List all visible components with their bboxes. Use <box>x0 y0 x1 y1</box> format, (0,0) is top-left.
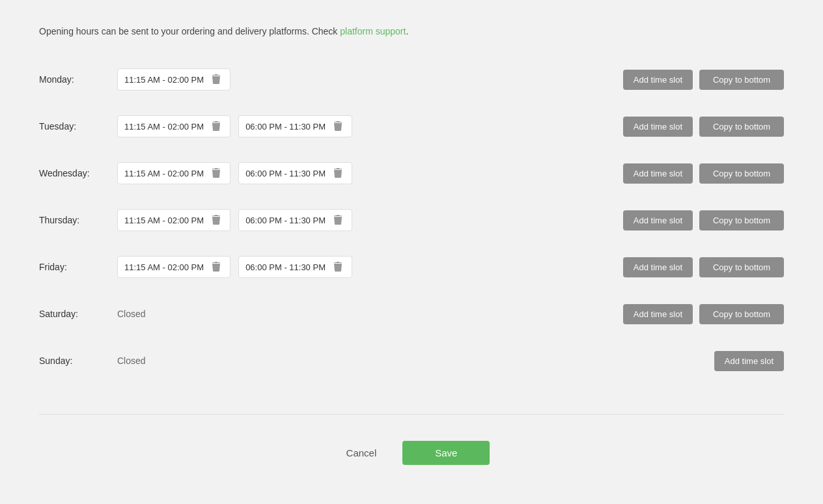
time-text-friday-1: 06:00 PM - 11:30 PM <box>245 262 326 272</box>
add-time-slot-monday[interactable]: Add time slot <box>623 70 693 90</box>
day-row-sunday: Sunday:ClosedAdd time slot <box>39 337 784 384</box>
actions-thursday: Add time slotCopy to bottom <box>610 210 784 231</box>
delete-slot-wednesday-1[interactable] <box>331 167 345 180</box>
time-slot-thursday-1: 06:00 PM - 11:30 PM <box>238 209 352 231</box>
day-row-friday: Friday:11:15 AM - 02:00 PM 06:00 PM - 11… <box>39 244 784 290</box>
time-slot-thursday-0: 11:15 AM - 02:00 PM <box>117 209 230 231</box>
day-label-wednesday: Wednesday: <box>39 168 117 178</box>
trash-icon <box>212 168 221 178</box>
time-slots-tuesday: 11:15 AM - 02:00 PM 06:00 PM - 11:30 PM <box>117 115 610 137</box>
cancel-button[interactable]: Cancel <box>333 441 390 465</box>
day-label-tuesday: Tuesday: <box>39 121 117 132</box>
page-container: Opening hours can be sent to your orderi… <box>0 0 823 504</box>
trash-icon <box>333 262 342 272</box>
copy-to-bottom-saturday[interactable]: Copy to bottom <box>699 304 784 324</box>
delete-slot-friday-1[interactable] <box>331 260 345 273</box>
time-text-monday-0: 11:15 AM - 02:00 PM <box>124 75 204 85</box>
time-text-tuesday-1: 06:00 PM - 11:30 PM <box>245 122 326 132</box>
time-slots-thursday: 11:15 AM - 02:00 PM 06:00 PM - 11:30 PM <box>117 209 610 231</box>
actions-friday: Add time slotCopy to bottom <box>610 257 784 277</box>
delete-slot-wednesday-0[interactable] <box>209 167 223 180</box>
time-slot-friday-0: 11:15 AM - 02:00 PM <box>117 256 230 278</box>
add-time-slot-thursday[interactable]: Add time slot <box>623 210 693 231</box>
day-row-thursday: Thursday:11:15 AM - 02:00 PM 06:00 PM - … <box>39 197 784 244</box>
delete-slot-thursday-1[interactable] <box>331 214 345 227</box>
delete-slot-tuesday-0[interactable] <box>209 120 223 133</box>
add-time-slot-saturday[interactable]: Add time slot <box>623 304 693 324</box>
platform-support-link[interactable]: platform support <box>340 26 406 36</box>
copy-to-bottom-wednesday[interactable]: Copy to bottom <box>699 163 784 184</box>
time-slots-sunday: Closed <box>117 356 701 366</box>
day-label-friday: Friday: <box>39 262 117 272</box>
time-text-wednesday-0: 11:15 AM - 02:00 PM <box>124 169 204 178</box>
trash-icon <box>333 215 342 225</box>
trash-icon <box>212 121 221 132</box>
schedule-container: Monday:11:15 AM - 02:00 PM Add time slot… <box>39 56 784 401</box>
actions-sunday: Add time slot <box>701 351 784 371</box>
closed-text-saturday: Closed <box>117 309 146 319</box>
actions-saturday: Add time slotCopy to bottom <box>610 304 784 324</box>
delete-slot-monday-0[interactable] <box>209 73 223 86</box>
time-slot-monday-0: 11:15 AM - 02:00 PM <box>117 68 230 91</box>
day-label-saturday: Saturday: <box>39 309 117 319</box>
add-time-slot-friday[interactable]: Add time slot <box>623 257 693 277</box>
time-slot-friday-1: 06:00 PM - 11:30 PM <box>238 256 352 278</box>
time-text-thursday-0: 11:15 AM - 02:00 PM <box>124 216 204 225</box>
time-text-tuesday-0: 11:15 AM - 02:00 PM <box>124 122 204 132</box>
time-slot-tuesday-1: 06:00 PM - 11:30 PM <box>238 115 352 137</box>
trash-icon <box>212 215 221 225</box>
time-slot-wednesday-0: 11:15 AM - 02:00 PM <box>117 162 230 184</box>
time-text-friday-0: 11:15 AM - 02:00 PM <box>124 262 204 272</box>
time-slots-friday: 11:15 AM - 02:00 PM 06:00 PM - 11:30 PM <box>117 256 610 278</box>
time-slot-wednesday-1: 06:00 PM - 11:30 PM <box>238 162 352 184</box>
divider <box>39 414 784 415</box>
save-button[interactable]: Save <box>402 441 490 465</box>
delete-slot-tuesday-1[interactable] <box>331 120 345 133</box>
info-text: Opening hours can be sent to your orderi… <box>39 26 784 36</box>
add-time-slot-sunday[interactable]: Add time slot <box>714 351 784 371</box>
delete-slot-friday-0[interactable] <box>209 260 223 273</box>
day-row-wednesday: Wednesday:11:15 AM - 02:00 PM 06:00 PM -… <box>39 150 784 197</box>
trash-icon <box>333 121 342 132</box>
day-label-monday: Monday: <box>39 74 117 85</box>
copy-to-bottom-thursday[interactable]: Copy to bottom <box>699 210 784 231</box>
copy-to-bottom-monday[interactable]: Copy to bottom <box>699 70 784 90</box>
day-label-sunday: Sunday: <box>39 356 117 366</box>
day-row-monday: Monday:11:15 AM - 02:00 PM Add time slot… <box>39 56 784 103</box>
time-slots-saturday: Closed <box>117 309 610 319</box>
day-label-thursday: Thursday: <box>39 215 117 225</box>
actions-tuesday: Add time slotCopy to bottom <box>610 117 784 137</box>
trash-icon <box>212 74 221 85</box>
time-text-thursday-1: 06:00 PM - 11:30 PM <box>245 216 326 225</box>
time-text-wednesday-1: 06:00 PM - 11:30 PM <box>245 169 326 178</box>
time-slot-tuesday-0: 11:15 AM - 02:00 PM <box>117 115 230 137</box>
copy-to-bottom-tuesday[interactable]: Copy to bottom <box>699 117 784 137</box>
trash-icon <box>212 262 221 272</box>
copy-to-bottom-friday[interactable]: Copy to bottom <box>699 257 784 277</box>
add-time-slot-wednesday[interactable]: Add time slot <box>623 163 693 184</box>
actions-wednesday: Add time slotCopy to bottom <box>610 163 784 184</box>
actions-monday: Add time slotCopy to bottom <box>610 70 784 90</box>
day-row-saturday: Saturday:ClosedAdd time slotCopy to bott… <box>39 290 784 337</box>
closed-text-sunday: Closed <box>117 356 146 366</box>
time-slots-wednesday: 11:15 AM - 02:00 PM 06:00 PM - 11:30 PM <box>117 162 610 184</box>
footer-actions: Cancel Save <box>39 428 784 478</box>
time-slots-monday: 11:15 AM - 02:00 PM <box>117 68 610 91</box>
day-row-tuesday: Tuesday:11:15 AM - 02:00 PM 06:00 PM - 1… <box>39 103 784 150</box>
add-time-slot-tuesday[interactable]: Add time slot <box>623 117 693 137</box>
trash-icon <box>333 168 342 178</box>
delete-slot-thursday-0[interactable] <box>209 214 223 227</box>
